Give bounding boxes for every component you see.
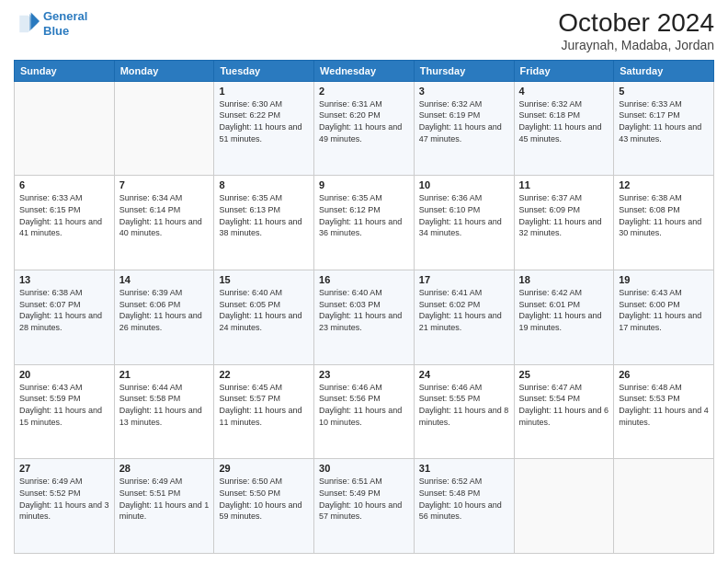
calendar-cell: 10Sunrise: 6:36 AM Sunset: 6:10 PM Dayli… [414,176,514,270]
day-number: 7 [119,179,210,190]
day-number: 25 [519,369,609,380]
calendar-cell: 6Sunrise: 6:33 AM Sunset: 6:15 PM Daylig… [15,176,115,270]
day-info: Sunrise: 6:49 AM Sunset: 5:51 PM Dayligh… [119,476,210,522]
calendar-cell: 19Sunrise: 6:43 AM Sunset: 6:00 PM Dayli… [614,270,714,365]
day-info: Sunrise: 6:52 AM Sunset: 5:48 PM Dayligh… [419,476,509,522]
calendar-cell: 31Sunrise: 6:52 AM Sunset: 5:48 PM Dayli… [414,459,514,554]
day-number: 10 [419,179,509,190]
calendar-cell: 30Sunrise: 6:51 AM Sunset: 5:49 PM Dayli… [314,459,415,554]
day-info: Sunrise: 6:33 AM Sunset: 6:15 PM Dayligh… [19,192,109,238]
day-info: Sunrise: 6:38 AM Sunset: 6:08 PM Dayligh… [619,192,709,238]
day-number: 31 [419,463,509,474]
calendar-cell: 22Sunrise: 6:45 AM Sunset: 5:57 PM Dayli… [214,364,314,459]
day-number: 16 [319,274,409,285]
day-info: Sunrise: 6:35 AM Sunset: 6:12 PM Dayligh… [319,192,409,238]
day-number: 13 [19,274,109,285]
day-info: Sunrise: 6:43 AM Sunset: 5:59 PM Dayligh… [19,382,109,428]
calendar-cell [15,81,115,176]
day-info: Sunrise: 6:46 AM Sunset: 5:56 PM Dayligh… [319,382,409,428]
day-info: Sunrise: 6:32 AM Sunset: 6:19 PM Dayligh… [419,98,509,144]
day-number: 19 [619,274,709,285]
calendar-cell: 24Sunrise: 6:46 AM Sunset: 5:55 PM Dayli… [414,364,514,459]
day-info: Sunrise: 6:35 AM Sunset: 6:13 PM Dayligh… [219,192,309,238]
calendar-header-sunday: Sunday [15,60,115,81]
calendar-cell: 25Sunrise: 6:47 AM Sunset: 5:54 PM Dayli… [514,364,614,459]
calendar-cell: 16Sunrise: 6:40 AM Sunset: 6:03 PM Dayli… [314,270,415,365]
day-info: Sunrise: 6:48 AM Sunset: 5:53 PM Dayligh… [619,382,709,428]
calendar-header-monday: Monday [114,60,214,81]
day-info: Sunrise: 6:40 AM Sunset: 6:05 PM Dayligh… [219,287,309,333]
day-number: 6 [19,179,109,190]
calendar-cell: 27Sunrise: 6:49 AM Sunset: 5:52 PM Dayli… [15,459,115,554]
logo: General Blue [14,9,87,38]
day-info: Sunrise: 6:40 AM Sunset: 6:03 PM Dayligh… [319,287,409,333]
day-info: Sunrise: 6:45 AM Sunset: 5:57 PM Dayligh… [219,382,309,428]
day-number: 5 [619,86,709,97]
title-block: October 2024 Juraynah, Madaba, Jordan [558,9,714,52]
day-number: 22 [219,369,309,380]
calendar-cell: 1Sunrise: 6:30 AM Sunset: 6:22 PM Daylig… [214,81,314,176]
day-number: 17 [419,274,509,285]
day-number: 28 [119,463,210,474]
day-number: 2 [319,86,409,97]
calendar-cell: 23Sunrise: 6:46 AM Sunset: 5:56 PM Dayli… [314,364,415,459]
calendar-cell: 2Sunrise: 6:31 AM Sunset: 6:20 PM Daylig… [314,81,415,176]
calendar-cell [614,459,714,554]
calendar-cell: 14Sunrise: 6:39 AM Sunset: 6:06 PM Dayli… [114,270,214,365]
day-number: 29 [219,463,309,474]
day-info: Sunrise: 6:34 AM Sunset: 6:14 PM Dayligh… [119,192,210,238]
day-number: 4 [519,86,609,97]
day-number: 21 [119,369,210,380]
calendar-header-friday: Friday [514,60,614,81]
calendar-cell: 15Sunrise: 6:40 AM Sunset: 6:05 PM Dayli… [214,270,314,365]
day-number: 18 [519,274,609,285]
calendar-cell: 11Sunrise: 6:37 AM Sunset: 6:09 PM Dayli… [514,176,614,270]
calendar-cell: 21Sunrise: 6:44 AM Sunset: 5:58 PM Dayli… [114,364,214,459]
calendar-cell: 8Sunrise: 6:35 AM Sunset: 6:13 PM Daylig… [214,176,314,270]
calendar-table: SundayMondayTuesdayWednesdayThursdayFrid… [14,60,714,554]
calendar-cell: 13Sunrise: 6:38 AM Sunset: 6:07 PM Dayli… [15,270,115,365]
calendar-cell: 7Sunrise: 6:34 AM Sunset: 6:14 PM Daylig… [114,176,214,270]
page-subtitle: Juraynah, Madaba, Jordan [558,38,714,52]
day-info: Sunrise: 6:49 AM Sunset: 5:52 PM Dayligh… [19,476,109,522]
calendar-cell: 18Sunrise: 6:42 AM Sunset: 6:01 PM Dayli… [514,270,614,365]
day-number: 8 [219,179,309,190]
day-info: Sunrise: 6:37 AM Sunset: 6:09 PM Dayligh… [519,192,609,238]
day-info: Sunrise: 6:38 AM Sunset: 6:07 PM Dayligh… [19,287,109,333]
calendar-cell: 4Sunrise: 6:32 AM Sunset: 6:18 PM Daylig… [514,81,614,176]
calendar-cell: 5Sunrise: 6:33 AM Sunset: 6:17 PM Daylig… [614,81,714,176]
calendar-cell: 9Sunrise: 6:35 AM Sunset: 6:12 PM Daylig… [314,176,415,270]
day-number: 1 [219,86,309,97]
day-info: Sunrise: 6:39 AM Sunset: 6:06 PM Dayligh… [119,287,210,333]
calendar-cell: 12Sunrise: 6:38 AM Sunset: 6:08 PM Dayli… [614,176,714,270]
day-info: Sunrise: 6:33 AM Sunset: 6:17 PM Dayligh… [619,98,709,144]
day-info: Sunrise: 6:32 AM Sunset: 6:18 PM Dayligh… [519,98,609,144]
day-info: Sunrise: 6:46 AM Sunset: 5:55 PM Dayligh… [419,382,509,428]
day-number: 14 [119,274,210,285]
day-number: 3 [419,86,509,97]
day-number: 9 [319,179,409,190]
calendar-cell: 20Sunrise: 6:43 AM Sunset: 5:59 PM Dayli… [15,364,115,459]
calendar-cell: 29Sunrise: 6:50 AM Sunset: 5:50 PM Dayli… [214,459,314,554]
day-number: 23 [319,369,409,380]
calendar-cell: 3Sunrise: 6:32 AM Sunset: 6:19 PM Daylig… [414,81,514,176]
day-number: 12 [619,179,709,190]
day-info: Sunrise: 6:50 AM Sunset: 5:50 PM Dayligh… [219,476,309,522]
day-info: Sunrise: 6:31 AM Sunset: 6:20 PM Dayligh… [319,98,409,144]
logo-text: General Blue [43,9,87,38]
day-info: Sunrise: 6:44 AM Sunset: 5:58 PM Dayligh… [119,382,210,428]
day-info: Sunrise: 6:30 AM Sunset: 6:22 PM Dayligh… [219,98,309,144]
day-number: 20 [19,369,109,380]
day-number: 15 [219,274,309,285]
calendar-cell: 28Sunrise: 6:49 AM Sunset: 5:51 PM Dayli… [114,459,214,554]
calendar-cell: 26Sunrise: 6:48 AM Sunset: 5:53 PM Dayli… [614,364,714,459]
page-title: October 2024 [558,9,714,38]
day-number: 30 [319,463,409,474]
day-info: Sunrise: 6:36 AM Sunset: 6:10 PM Dayligh… [419,192,509,238]
calendar-header-thursday: Thursday [414,60,514,81]
day-number: 24 [419,369,509,380]
calendar-header-saturday: Saturday [614,60,714,81]
day-info: Sunrise: 6:42 AM Sunset: 6:01 PM Dayligh… [519,287,609,333]
day-info: Sunrise: 6:43 AM Sunset: 6:00 PM Dayligh… [619,287,709,333]
calendar-cell: 17Sunrise: 6:41 AM Sunset: 6:02 PM Dayli… [414,270,514,365]
